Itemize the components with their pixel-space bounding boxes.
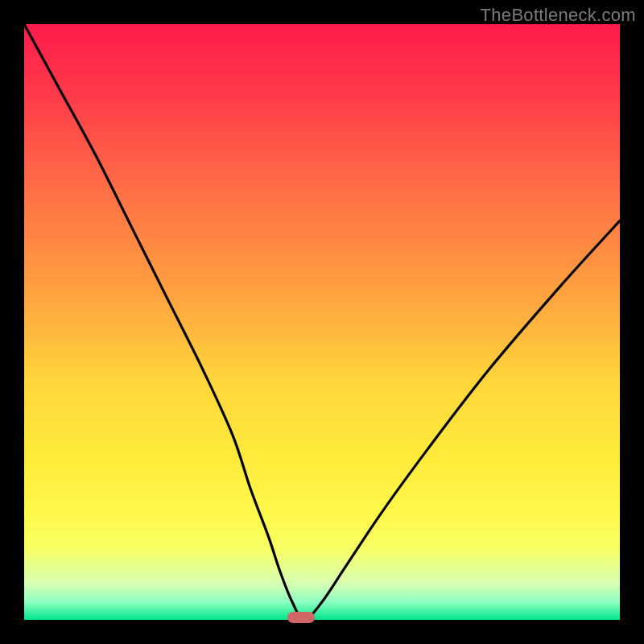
bottleneck-curve	[24, 24, 620, 620]
chart-frame: TheBottleneck.com	[0, 0, 644, 644]
minimum-marker	[287, 612, 315, 623]
plot-area	[24, 24, 620, 620]
watermark-text: TheBottleneck.com	[481, 5, 636, 26]
